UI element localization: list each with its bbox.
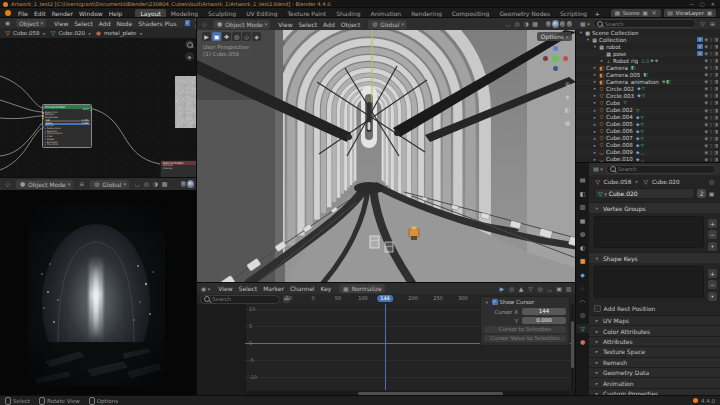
viewport-disable-icon[interactable]: ▯ [710,100,712,105]
hide-icon[interactable]: ◉ [704,86,708,91]
hand-icon[interactable]: ◈ [564,93,571,101]
search-input[interactable] [618,166,712,172]
collapsed-panel-header[interactable]: ▸ Animation [589,377,720,387]
outliner-row[interactable]: ▸ ▽ Cube.006 ◆▽ ◉▯◨ [576,128,720,135]
breadcrumb-item[interactable]: ▽ Cube.020 ▸ [49,29,92,37]
playhead-line[interactable] [385,304,386,390]
axis-z-icon[interactable] [553,46,558,51]
principled-bsdf-node[interactable]: Principled BSDF BSDF Base ColorMetallicR… [42,104,92,148]
menu-item[interactable]: Edit [31,10,49,17]
axis-x-icon[interactable] [563,56,568,61]
remove-button[interactable]: − [708,230,717,239]
snap-magnet-icon[interactable]: ◡ [546,285,553,293]
collection-checkbox[interactable]: ✓ [697,44,703,50]
hide-icon[interactable]: ◉ [704,143,708,148]
visibility-toggles[interactable]: ◉▯◨ [704,72,718,77]
visibility-toggles[interactable]: ◉▯◨ [704,136,718,141]
viewport-disable-icon[interactable]: ▯ [710,108,712,113]
grid-icon[interactable]: ▦ [564,119,571,127]
rotate-icon[interactable]: ◎ [232,32,241,41]
menu-item[interactable]: View [51,20,71,27]
outliner-row[interactable]: ▸ ◧ Camera_animation ◈◧ ◉▯◨ [576,78,720,85]
menu-item[interactable]: Window [76,10,106,17]
outliner-item-label[interactable]: Cube [606,100,620,106]
properties-tab-output[interactable]: ▥ [576,202,589,211]
vertex-groups-list[interactable] [594,216,704,248]
menu-item[interactable]: Node [113,20,135,27]
menu-item[interactable]: View [275,21,295,28]
render-disable-icon[interactable]: ◨ [714,122,718,127]
add-button[interactable]: + [708,219,717,228]
outliner-item-label[interactable]: pose [613,51,626,57]
hide-icon[interactable]: ◉ [704,100,708,105]
outliner-row[interactable]: ▸ ▽ Cube ▽ ◉▯◨ [576,99,720,106]
workspace-tab[interactable]: Compositing [447,9,495,18]
paste-icon[interactable]: ▥ [565,285,572,293]
properties-tab-material[interactable]: ● [576,337,589,346]
viewport-disable-icon[interactable]: ▯ [710,129,712,134]
scene-selector[interactable]: ▦ Scene ▣ ✕ [611,9,661,18]
properties-search[interactable] [606,165,716,174]
channel-search[interactable] [200,295,280,304]
outliner-item-label[interactable]: robot [606,44,621,50]
viewport-disable-icon[interactable]: ▯ [710,136,712,141]
xray-icon[interactable]: ▩ [532,20,539,28]
data-name-crumb[interactable]: Cube.020 [652,179,680,185]
workspace-tab[interactable]: UV Editing [241,9,282,18]
render-disable-icon[interactable]: ◨ [714,115,718,120]
viewport-disable-icon[interactable]: ▯ [710,65,712,70]
viewport-disable-icon[interactable]: ▯ [710,122,712,127]
hide-icon[interactable]: ◉ [704,108,708,113]
new-collection-icon[interactable]: ⊞ [709,20,716,28]
outliner-search[interactable] [593,19,696,28]
render-disable-icon[interactable]: ◨ [714,79,718,84]
outliner-item-label[interactable]: Camera_animation [606,79,659,85]
shading-rendered-icon[interactable] [188,181,194,187]
menu-item[interactable]: Select [71,20,96,27]
visibility-toggles[interactable]: ◉▯◨ [704,108,718,113]
outliner-row[interactable]: ▸ ▽ Cube.007 ◆▽ ◉▯◨ [576,135,720,142]
hide-icon[interactable]: ◉ [704,157,708,162]
properties-tab-scene[interactable]: ◍ [576,229,589,238]
collection-checkbox[interactable]: ✓ [697,51,703,57]
viewport-disable-icon[interactable]: ▯ [710,79,712,84]
outliner-item-label[interactable]: Scene Collection [592,30,639,36]
fake-user-icon[interactable]: ▣ [708,190,715,198]
workspace-tab[interactable]: Texture Paint [282,9,331,18]
rendered-camera-image[interactable] [28,204,165,386]
menu-item[interactable]: Shaders Plus [135,20,180,27]
render-disable-icon[interactable]: ◨ [714,100,718,105]
outliner-row[interactable]: ▸ ⊥ Robot rig △△◈◈ ◉▯◨ [576,57,720,64]
specials-dropdown-icon[interactable]: ▾ [708,242,717,251]
filter-icon[interactable]: ▽ [527,285,534,293]
render-disable-icon[interactable]: ◨ [714,129,718,134]
outliner-item-label[interactable]: Cube.007 [606,135,633,141]
proportional-edit-icon[interactable]: ◎ [537,285,544,293]
workspace-tab[interactable]: Sculpting [203,9,241,18]
cursor-action-button[interactable]: Cursor to Selection [484,326,566,333]
viewport-disable-icon[interactable]: ▯ [710,143,712,148]
vertex-groups-panel-header[interactable]: ▾ Vertex Groups [589,202,720,213]
properties-tab-render[interactable]: ◧ [576,189,589,198]
mesh-name-field[interactable]: ▽ Cube.020 [594,188,695,199]
outliner-item-label[interactable]: Cube.005 [606,121,633,127]
properties-tab-object-data[interactable]: ▽ [576,324,589,333]
hide-icon[interactable]: ◉ [704,93,708,98]
panel-expander-icon[interactable]: ▾ [484,300,490,305]
properties-tab-constraints[interactable]: ◎ [576,310,589,319]
outliner-item-label[interactable]: Cube.008 [606,142,633,148]
render-disable-icon[interactable]: ◨ [714,157,718,162]
node-input-row[interactable]: Volume [161,168,197,171]
axis-y-icon[interactable] [552,55,559,62]
outliner-item-label[interactable]: Circle.003 [606,93,634,99]
outliner-row[interactable]: ▾ ▩ Scene Collection [576,29,720,36]
visibility-toggles[interactable]: ◉▯◨ [704,79,718,84]
menu-item[interactable]: Select [296,21,321,28]
hide-icon[interactable]: ◉ [704,150,708,155]
render-disable-icon[interactable]: ◨ [714,86,718,91]
mode-dropdown[interactable]: ●Object Mode [213,20,270,29]
render-disable-icon[interactable]: ◨ [714,51,718,56]
render-disable-icon[interactable]: ◨ [714,143,718,148]
collapsed-panel-header[interactable]: ▸ UV Maps [589,315,720,325]
breadcrumb-item[interactable]: ▽ Cube.058 ▸ [4,29,47,37]
